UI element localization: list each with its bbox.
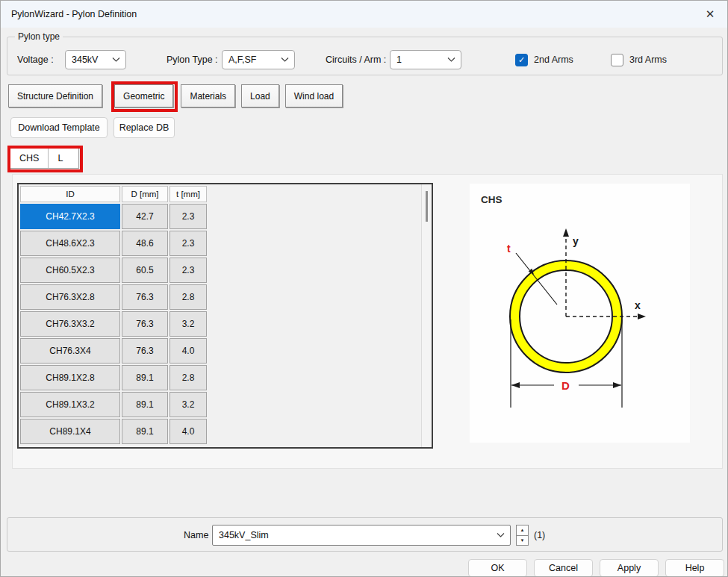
table-row[interactable]: CH42.7X2.342.72.3 (20, 204, 207, 229)
chevron-down-icon (497, 533, 505, 538)
footer-button-bar: OKCancelApplyHelp (468, 559, 724, 577)
pylon-type-group-label: Pylon type (15, 31, 63, 42)
diameter-label: D (561, 379, 570, 392)
pylon-definition-dialog: PylonWizard - Pylon Definition ✕ Pylon t… (0, 0, 728, 577)
voltage-value: 345kV (72, 54, 98, 65)
window-title: PylonWizard - Pylon Definition (1, 9, 137, 19)
table-scrollbar[interactable] (421, 184, 432, 447)
table-row[interactable]: CH76.3X2.876.32.8 (20, 284, 207, 310)
table-row[interactable]: CH60.5X2.360.52.3 (20, 258, 207, 283)
table-row[interactable]: CH89.1X489.14.0 (20, 419, 207, 444)
table-cell[interactable]: 89.1 (122, 392, 168, 417)
chevron-down-icon (447, 57, 455, 63)
table-cell[interactable]: 48.6 (122, 231, 168, 256)
circuits-arm-value: 1 (396, 54, 402, 65)
table-cell[interactable]: 4.0 (169, 338, 207, 364)
table-cell[interactable]: 60.5 (122, 258, 168, 283)
table-cell[interactable]: 3.2 (169, 311, 207, 337)
table-cell[interactable]: CH76.3X3.2 (20, 311, 120, 337)
chs-diagram-panel: CHS y x t D (470, 184, 690, 443)
dim-arrow-right-icon (613, 382, 621, 388)
pylon-type-label: Pylon Type : (167, 50, 218, 69)
table-cell[interactable]: CH76.3X2.8 (20, 284, 120, 310)
up-arrow-icon: ▲ (520, 528, 525, 532)
apply-button[interactable]: Apply (600, 559, 659, 577)
table-cell[interactable]: 2.3 (169, 258, 207, 283)
table-cell[interactable]: 4.0 (169, 419, 207, 444)
column-header-d-mm[interactable]: D [mm] (122, 186, 168, 202)
table-cell[interactable]: CH60.5X2.3 (20, 258, 120, 283)
title-bar: PylonWizard - Pylon Definition ✕ (1, 1, 727, 28)
replace-db-button[interactable]: Replace DB (113, 117, 175, 138)
download-template-label: Download Template (18, 122, 100, 133)
name-combobox[interactable]: 345kV_Slim (212, 525, 511, 546)
table-cell[interactable]: 2.3 (169, 231, 207, 256)
thickness-label: t (507, 243, 511, 255)
tab-wind-load[interactable]: Wind load (285, 84, 343, 107)
second-arms-label: 2nd Arms (534, 54, 573, 65)
table-cell[interactable]: CH76.3X4 (20, 338, 120, 364)
tab-materials[interactable]: Materials (181, 84, 235, 107)
x-axis-arrow-icon (638, 314, 646, 319)
pylon-type-select[interactable]: A,F,SF (222, 50, 295, 69)
y-axis-label: y (573, 235, 579, 247)
download-template-button[interactable]: Download Template (10, 117, 108, 138)
help-button[interactable]: Help (665, 559, 724, 577)
third-arms-checkbox[interactable]: 3rd Arms (611, 52, 667, 67)
table-row[interactable]: CH48.6X2.348.62.3 (20, 231, 207, 256)
x-axis-label: x (635, 299, 641, 311)
table-cell[interactable]: CH42.7X2.3 (20, 204, 120, 229)
spinner-down-button[interactable]: ▼ (516, 535, 529, 546)
annotation-section-tabs (7, 146, 83, 172)
dim-arrow-left-icon (511, 382, 520, 388)
chs-cross-section-diagram: y x t D (470, 184, 690, 443)
name-value: 345kV_Slim (219, 530, 269, 540)
table-cell[interactable]: 89.1 (122, 419, 168, 444)
table-cell[interactable]: 42.7 (122, 204, 168, 229)
voltage-select[interactable]: 345kV (65, 50, 126, 69)
spinner-up-button[interactable]: ▲ (516, 525, 529, 535)
column-header-t-mm[interactable]: t [mm] (169, 186, 207, 202)
chevron-down-icon (281, 57, 289, 63)
column-header-id[interactable]: ID (20, 186, 120, 202)
table-cell[interactable]: CH89.1X2.8 (20, 365, 120, 390)
table-row[interactable]: CH89.1X3.289.13.2 (20, 392, 207, 417)
table-cell[interactable]: 2.3 (169, 204, 207, 229)
table-cell[interactable]: 2.8 (169, 365, 207, 390)
checkbox-check-icon: ✓ (515, 54, 528, 66)
replace-db-label: Replace DB (119, 122, 169, 133)
cancel-button[interactable]: Cancel (534, 559, 593, 577)
name-label: Name (184, 525, 208, 546)
circuits-arm-label: Circuits / Arm : (326, 50, 386, 69)
second-arms-checkbox[interactable]: ✓ 2nd Arms (515, 52, 573, 67)
voltage-label: Voltage : (17, 50, 54, 69)
third-arms-label: 3rd Arms (629, 54, 667, 65)
close-icon: ✕ (706, 7, 715, 21)
table-cell[interactable]: CH89.1X3.2 (20, 392, 120, 417)
name-count: (1) (534, 525, 545, 546)
table-cell[interactable]: 76.3 (122, 284, 168, 310)
table-cell[interactable]: CH48.6X2.3 (20, 231, 120, 256)
circuits-arm-select[interactable]: 1 (390, 50, 461, 69)
close-button[interactable]: ✕ (693, 1, 727, 28)
tab-structure-definition[interactable]: Structure Definition (8, 84, 102, 107)
table-cell[interactable]: 2.8 (169, 284, 207, 310)
ok-button[interactable]: OK (468, 559, 527, 577)
y-axis-arrow-icon (563, 228, 569, 237)
table-row[interactable]: CH76.3X3.276.33.2 (20, 311, 207, 337)
pylon-type-value: A,F,SF (228, 54, 257, 65)
checkbox-check-icon (611, 54, 623, 66)
table-cell[interactable]: 3.2 (169, 392, 207, 417)
tab-load[interactable]: Load (241, 84, 279, 107)
table-row[interactable]: CH89.1X2.889.12.8 (20, 365, 207, 390)
annotation-geometric-tab (111, 81, 178, 112)
table-cell[interactable]: 76.3 (122, 311, 168, 337)
table-cell[interactable]: CH89.1X4 (20, 419, 120, 444)
table-cell[interactable]: 89.1 (122, 365, 168, 390)
section-table: IDD [mm]t [mm] CH42.7X2.342.72.3CH48.6X2… (19, 184, 208, 446)
name-spinner: ▲ ▼ (516, 525, 529, 546)
table-cell[interactable]: 76.3 (122, 338, 168, 364)
table-row[interactable]: CH76.3X476.34.0 (20, 338, 207, 364)
scrollbar-thumb[interactable] (426, 191, 428, 222)
section-table-container: IDD [mm]t [mm] CH42.7X2.342.72.3CH48.6X2… (17, 183, 433, 449)
